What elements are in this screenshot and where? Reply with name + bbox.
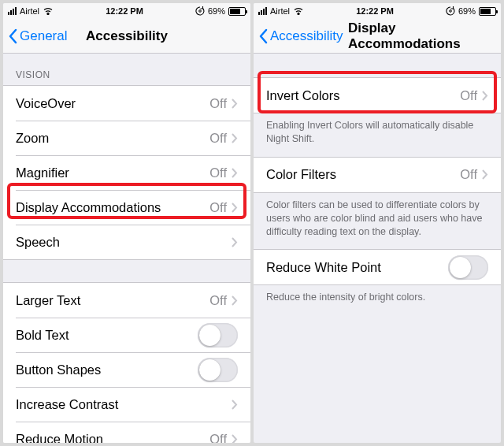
row-label: Invert Colors: [266, 88, 340, 103]
svg-point-0: [199, 10, 202, 13]
status-time: 12:22 PM: [356, 6, 394, 16]
row-value: Off: [209, 131, 227, 146]
row-reduce-motion[interactable]: Reduce MotionOff: [3, 422, 250, 443]
wifi-icon: [293, 7, 304, 15]
phone-accessibility: Airtel 12:22 PM 69% General Accessibilit…: [3, 3, 250, 443]
back-label: General: [20, 28, 67, 44]
footer-filters: Color filters can be used to differentia…: [254, 193, 501, 250]
row-label: Button Shapes: [16, 362, 101, 377]
chevron-right-icon: [232, 98, 238, 109]
row-invert-colors[interactable]: Invert Colors Off: [254, 78, 501, 113]
row-label: Magnifier: [16, 165, 69, 180]
invert-group: Invert Colors Off: [254, 77, 501, 113]
switch-toggle[interactable]: [198, 358, 238, 382]
chevron-right-icon: [232, 400, 238, 410]
row-label: Reduce Motion: [16, 432, 103, 444]
row-bold-text[interactable]: Bold Text: [3, 318, 250, 352]
row-label: Zoom: [16, 131, 49, 146]
chevron-right-icon: [232, 203, 238, 213]
row-label: Increase Contrast: [16, 397, 118, 412]
row-label: VoiceOver: [16, 96, 76, 111]
row-button-shapes[interactable]: Button Shapes: [3, 352, 250, 387]
vision-group: VoiceOverOffZoomOffMagnifierOffDisplay A…: [3, 85, 250, 260]
row-magnifier[interactable]: MagnifierOff: [3, 155, 250, 190]
signal-icon: [258, 7, 267, 15]
row-color-filters[interactable]: Color Filters Off: [254, 158, 501, 192]
carrier-label: Airtel: [270, 6, 290, 16]
row-voiceover[interactable]: VoiceOverOff: [3, 86, 250, 121]
chevron-left-icon: [8, 28, 17, 44]
row-label: Display Accommodations: [16, 200, 161, 215]
row-label: Reduce White Point: [266, 260, 381, 275]
row-label: Speech: [16, 235, 60, 250]
rotation-lock-icon: [195, 6, 205, 16]
row-speech[interactable]: Speech: [3, 225, 250, 259]
chevron-right-icon: [482, 169, 488, 180]
chevron-left-icon: [258, 28, 268, 44]
row-value: Off: [209, 96, 227, 111]
row-value: Off: [460, 88, 477, 103]
signal-icon: [8, 7, 17, 15]
svg-point-1: [450, 10, 452, 13]
row-value: Off: [460, 167, 477, 182]
status-bar: Airtel 12:22 PM 69%: [254, 3, 501, 19]
chevron-right-icon: [232, 237, 238, 247]
filters-group: Color Filters Off: [254, 157, 501, 193]
navbar: Accessibility Display Accommodations: [254, 19, 501, 54]
row-value: Off: [209, 293, 227, 308]
row-value: Off: [209, 200, 227, 215]
row-display-accommodations[interactable]: Display AccommodationsOff: [3, 190, 250, 225]
carrier-label: Airtel: [20, 6, 39, 16]
battery-pct: 69%: [458, 6, 476, 16]
wifi-icon: [43, 7, 54, 15]
back-label: Accessibility: [270, 28, 343, 44]
row-label: Color Filters: [266, 167, 336, 182]
reduce-group: Reduce White Point: [254, 249, 501, 285]
battery-icon: [228, 7, 246, 16]
text-group: Larger TextOffBold TextButton ShapesIncr…: [3, 282, 250, 443]
row-increase-contrast[interactable]: Increase Contrast: [3, 387, 250, 422]
status-bar: Airtel 12:22 PM 69%: [3, 3, 250, 19]
chevron-right-icon: [232, 434, 238, 444]
back-button[interactable]: Accessibility: [258, 28, 343, 44]
phone-display-accommodations: Airtel 12:22 PM 69% Accessibility Displa…: [254, 3, 501, 443]
footer-invert: Enabling Invert Colors will automaticall…: [254, 113, 501, 157]
footer-reduce: Reduce the intensity of bright colors.: [254, 285, 501, 315]
switch-reduce-white-point[interactable]: [448, 255, 488, 280]
chevron-right-icon: [232, 168, 238, 178]
navbar: General Accessibility: [3, 19, 250, 54]
chevron-right-icon: [232, 133, 238, 143]
row-reduce-white-point[interactable]: Reduce White Point: [254, 250, 501, 284]
row-zoom[interactable]: ZoomOff: [3, 121, 250, 155]
status-time: 12:22 PM: [106, 6, 143, 16]
chevron-right-icon: [232, 295, 238, 306]
chevron-right-icon: [482, 91, 488, 101]
battery-pct: 69%: [208, 6, 225, 16]
row-value: Off: [209, 165, 227, 180]
row-larger-text[interactable]: Larger TextOff: [3, 283, 250, 318]
switch-toggle[interactable]: [198, 323, 238, 348]
row-label: Larger Text: [16, 293, 80, 308]
battery-icon: [479, 7, 496, 16]
row-value: Off: [209, 432, 227, 444]
rotation-lock-icon: [446, 6, 455, 16]
row-label: Bold Text: [16, 328, 69, 343]
section-header-vision: Vision: [3, 54, 250, 85]
back-button[interactable]: General: [8, 28, 67, 44]
